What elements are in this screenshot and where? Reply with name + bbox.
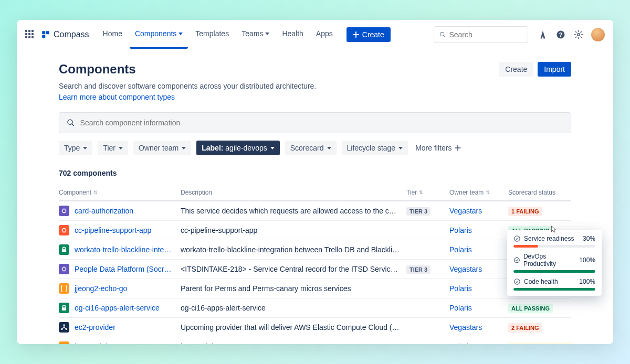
nav-health[interactable]: Health (277, 20, 308, 49)
global-search-input[interactable] (449, 30, 522, 39)
owner-team-link[interactable]: Polaris (449, 245, 472, 254)
top-nav: Compass Home Components Templates Teams … (17, 20, 613, 49)
scorecard-status-badge[interactable]: ALL PASSING (508, 304, 553, 313)
svg-line-4 (444, 35, 445, 37)
page-title: Components (59, 62, 332, 77)
brand[interactable]: Compass (41, 30, 89, 39)
scorecard-status-badge[interactable]: 2 NEEDS ATTENTION (508, 342, 573, 345)
owner-team-link[interactable]: Polaris (449, 284, 472, 293)
svg-line-9 (72, 124, 74, 126)
learn-more-link[interactable]: Learn more about component types (59, 93, 175, 101)
component-link[interactable]: jjeong2-echo-go (75, 284, 127, 293)
more-filters[interactable]: More filters (413, 141, 463, 155)
scorecard-status-badge[interactable]: 1 FAILING (508, 207, 542, 216)
component-link[interactable]: card-authorization (75, 207, 133, 215)
component-description: Upcoming provider that will deliver AWS … (181, 323, 400, 331)
component-type-icon (59, 303, 69, 313)
app-switcher-icon[interactable] (25, 30, 35, 39)
progress-bar (513, 288, 595, 291)
component-link[interactable]: workato-trello-blackline-integration (75, 245, 174, 254)
tooltip-percent: 100% (579, 256, 595, 264)
component-description: jaro-nodejs-test (181, 342, 400, 344)
filter-label-active[interactable]: Label: agile-devops (196, 141, 280, 155)
filter-scorecard[interactable]: Scorecard (285, 141, 337, 155)
tooltip-label: DevOps Productivity (523, 253, 576, 267)
svg-point-19 (514, 279, 520, 285)
component-type-icon (59, 206, 69, 216)
plus-icon (455, 145, 461, 151)
svg-point-7 (578, 33, 580, 36)
svg-rect-11 (62, 307, 66, 311)
col-status: Scorecard status (508, 189, 571, 196)
component-description: cc-pipeline-support-app (181, 226, 400, 234)
tooltip-row: DevOps Productivity100% (513, 253, 595, 273)
component-link[interactable]: og-ci16-apps-alert-service (75, 304, 160, 312)
filter-row: Type Tier Owner team Label: agile-devops… (59, 141, 571, 155)
chevron-down-icon (327, 147, 331, 149)
table-row: card-authorizationThis service decides w… (59, 201, 571, 221)
owner-team-link[interactable]: Vegastars (449, 265, 482, 273)
app-window: Compass Home Components Templates Teams … (17, 20, 613, 344)
tier-cell: TIER 3 (406, 264, 443, 274)
filter-type[interactable]: Type (59, 141, 92, 155)
component-type-icon (59, 244, 69, 255)
table-row: ec2-providerUpcoming provider that will … (59, 318, 571, 337)
component-link[interactable]: ec2-provider (75, 323, 116, 331)
col-description: Description (181, 189, 400, 196)
component-link[interactable]: People Data Platform (Socrates) (75, 265, 174, 273)
owner-team-link[interactable]: Polaris (449, 342, 472, 344)
table-row: workato-trello-blackline-integrationwork… (59, 240, 571, 260)
owner-team-link[interactable]: Polaris (449, 304, 472, 312)
tooltip-percent: 100% (579, 278, 595, 285)
check-circle-icon (513, 235, 521, 242)
owner-team-link[interactable]: Vegastars (449, 207, 482, 215)
create-button[interactable]: Create (346, 27, 391, 42)
component-type-icon (59, 283, 69, 294)
user-avatar[interactable] (591, 28, 605, 41)
create-component-button[interactable]: Create (499, 62, 533, 77)
nav-components[interactable]: Components (130, 20, 188, 49)
tooltip-row: Code health100% (513, 278, 595, 291)
svg-point-12 (63, 324, 65, 326)
component-link[interactable]: jaro-nodejs-test (75, 342, 125, 344)
chevron-down-icon (265, 33, 269, 35)
component-search[interactable] (59, 112, 571, 133)
search-icon (439, 31, 446, 38)
progress-bar (513, 270, 595, 273)
component-search-input[interactable] (80, 119, 563, 127)
owner-team-link[interactable]: Vegastars (449, 323, 482, 331)
component-link[interactable]: cc-pipeline-support-app (75, 226, 151, 234)
settings-icon[interactable] (573, 29, 584, 40)
nav-home[interactable]: Home (98, 20, 128, 49)
chevron-down-icon (178, 33, 183, 35)
sort-icon: ⇅ (93, 190, 98, 195)
chevron-down-icon (83, 147, 87, 149)
compass-logo-icon (41, 30, 50, 39)
table-row: jaro-nodejs-testjaro-nodejs-testPolaris2… (59, 337, 571, 344)
nav-apps[interactable]: Apps (311, 20, 338, 49)
check-circle-icon (513, 278, 521, 285)
component-type-icon (59, 322, 69, 333)
svg-point-17 (514, 236, 520, 242)
filter-lifecycle[interactable]: Lifecycle stage (342, 141, 408, 155)
scorecard-status-badge[interactable]: 2 FAILING (508, 323, 542, 333)
nav-templates[interactable]: Templates (190, 20, 234, 49)
owner-team-link[interactable]: Polaris (449, 226, 472, 234)
global-search[interactable] (434, 26, 528, 43)
tooltip-row: Service readiness30% (513, 235, 595, 248)
progress-bar (513, 245, 595, 248)
col-owner[interactable]: Owner team⇅ (449, 189, 502, 196)
table-header: Component⇅ Description Tier⇅ Owner team⇅… (59, 185, 571, 201)
col-component[interactable]: Component⇅ (59, 189, 174, 196)
filter-tier[interactable]: Tier (98, 141, 128, 155)
col-tier[interactable]: Tier⇅ (406, 189, 443, 196)
nav-teams[interactable]: Teams (236, 20, 275, 49)
filter-owner-team[interactable]: Owner team (133, 141, 191, 155)
help-icon[interactable]: ? (555, 29, 566, 40)
notifications-icon[interactable] (538, 29, 548, 40)
table-row: People Data Platform (Socrates)<ITSDINTA… (59, 260, 571, 279)
import-button[interactable]: Import (538, 62, 571, 77)
brand-name: Compass (54, 30, 89, 39)
component-description: <ITSDINTAKE-218> - Service Central recor… (181, 265, 400, 273)
svg-rect-1 (46, 31, 49, 34)
